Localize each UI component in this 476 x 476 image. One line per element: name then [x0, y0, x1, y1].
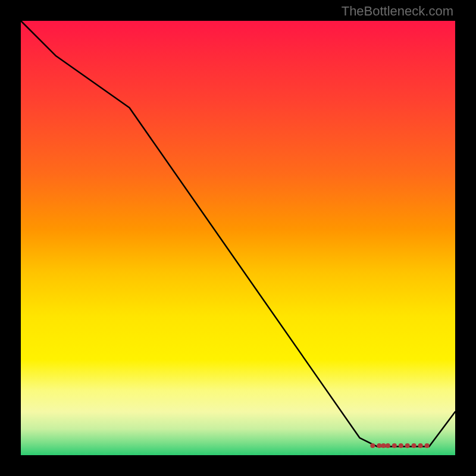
optimal-marker	[386, 443, 390, 448]
optimal-marker	[418, 443, 423, 448]
optimal-marker	[377, 443, 381, 448]
optimal-marker	[370, 443, 375, 448]
optimal-marker	[412, 443, 416, 448]
chart-frame: TheBottleneck.com	[0, 0, 476, 476]
optimal-marker	[399, 443, 403, 448]
optimal-marker	[381, 443, 386, 448]
optimal-marker	[392, 443, 397, 448]
watermark-label: TheBottleneck.com	[342, 4, 453, 19]
optimal-zone-markers	[370, 443, 429, 448]
bottleneck-curve	[21, 21, 455, 446]
line-chart-svg	[21, 21, 455, 455]
optimal-marker	[425, 443, 430, 448]
plot-area	[21, 21, 455, 455]
optimal-marker	[405, 443, 410, 448]
